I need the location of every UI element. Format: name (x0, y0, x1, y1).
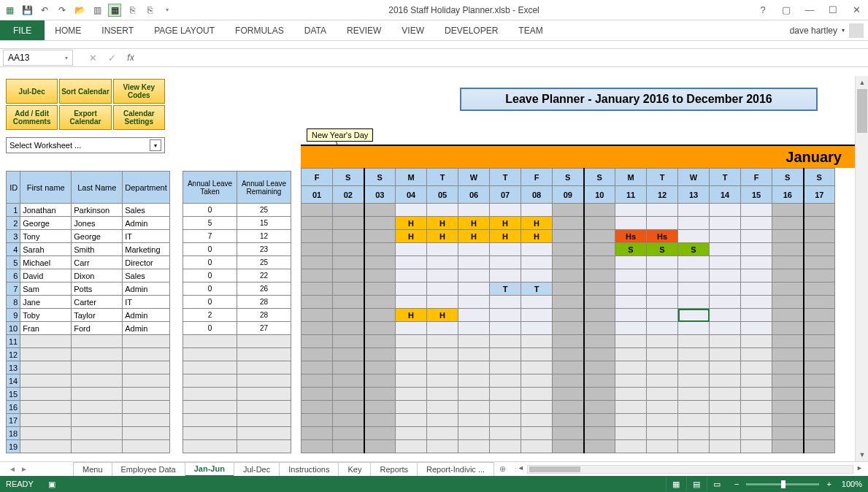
cal-cell[interactable] (584, 361, 615, 374)
cal-cell[interactable] (396, 335, 427, 348)
cal-cell[interactable] (458, 388, 490, 401)
cal-cell[interactable] (804, 348, 835, 361)
cal-cell[interactable] (396, 243, 427, 256)
cal-cell[interactable] (521, 309, 553, 322)
cal-cell[interactable] (772, 322, 804, 335)
page-break-view-icon[interactable]: ▭ (707, 477, 727, 491)
cal-cell[interactable] (521, 427, 553, 440)
cal-cell[interactable] (647, 374, 678, 388)
cal-cell[interactable] (741, 388, 772, 401)
open-icon[interactable]: 📂 (73, 4, 86, 17)
cal-cell[interactable]: S (678, 243, 710, 256)
table-row[interactable] (183, 388, 291, 401)
cal-cell[interactable] (396, 348, 427, 361)
cal-cell[interactable] (772, 230, 804, 243)
cal-cell[interactable] (804, 269, 835, 282)
cal-cell[interactable] (741, 243, 772, 256)
cal-cell[interactable] (710, 309, 741, 322)
tab-home[interactable]: HOME (45, 20, 91, 40)
fx-icon[interactable]: fx (121, 50, 140, 66)
cal-cell[interactable] (553, 401, 584, 414)
name-box-dropdown-icon[interactable]: ▾ (65, 55, 68, 61)
cal-cell[interactable] (804, 440, 835, 453)
cal-cell[interactable] (364, 335, 396, 348)
cal-cell[interactable] (804, 256, 835, 269)
cal-cell[interactable] (490, 414, 521, 427)
cal-cell[interactable] (741, 335, 772, 348)
cal-cell[interactable] (710, 348, 741, 361)
btn-add-edit-comments[interactable]: Add / Edit Comments (6, 105, 58, 130)
cancel-formula-icon[interactable]: ✕ (83, 50, 102, 66)
cal-cell[interactable] (741, 217, 772, 230)
cal-cell[interactable] (333, 296, 364, 309)
cal-cell[interactable] (364, 388, 396, 401)
new-sheet-icon[interactable]: ⊕ (493, 464, 512, 474)
cal-cell[interactable] (615, 414, 647, 427)
cal-cell[interactable] (427, 256, 458, 269)
table-row[interactable]: 028 (183, 296, 291, 309)
cal-cell[interactable]: H (490, 217, 521, 230)
cal-cell[interactable] (458, 427, 490, 440)
cal-cell[interactable] (553, 282, 584, 296)
zoom-thumb[interactable] (781, 480, 786, 488)
cal-cell[interactable] (521, 440, 553, 453)
cal-cell[interactable] (553, 204, 584, 217)
cal-cell[interactable] (490, 256, 521, 269)
cal-cell[interactable] (804, 243, 835, 256)
cal-cell[interactable] (647, 427, 678, 440)
page-layout-view-icon[interactable]: ▤ (686, 477, 707, 491)
normal-view-icon[interactable]: ▦ (666, 477, 686, 491)
cal-cell[interactable] (521, 414, 553, 427)
zoom-level[interactable]: 100% (842, 480, 862, 488)
tab-nav-next-icon[interactable]: ► (20, 465, 28, 473)
cal-cell[interactable] (710, 401, 741, 414)
cal-cell[interactable] (364, 361, 396, 374)
btn-jul-dec[interactable]: Jul-Dec (6, 79, 58, 104)
cal-cell[interactable]: Hs (615, 230, 647, 243)
cal-cell[interactable] (710, 440, 741, 453)
cal-cell[interactable] (490, 361, 521, 374)
cal-cell[interactable]: T (490, 282, 521, 296)
cal-cell[interactable] (490, 388, 521, 401)
tab-review[interactable]: REVIEW (337, 20, 391, 40)
cal-cell[interactable] (647, 388, 678, 401)
calendar-grid[interactable]: FSSMTWTFSSMTWTFSS 0102030405060708091011… (301, 168, 835, 453)
cal-cell[interactable] (553, 361, 584, 374)
btn-sort-calendar[interactable]: Sort Calendar (59, 79, 111, 104)
cal-cell[interactable] (678, 335, 710, 348)
cal-cell[interactable] (458, 414, 490, 427)
hscroll-thumb[interactable] (529, 466, 580, 472)
table-row[interactable]: 228 (183, 309, 291, 322)
cal-cell[interactable] (302, 230, 333, 243)
cal-cell[interactable] (364, 269, 396, 282)
tab-insert[interactable]: INSERT (91, 20, 144, 40)
cal-cell[interactable] (772, 243, 804, 256)
cal-cell[interactable] (396, 440, 427, 453)
cal-cell[interactable] (678, 217, 710, 230)
cal-cell[interactable] (647, 401, 678, 414)
cal-cell[interactable] (333, 204, 364, 217)
cal-cell[interactable] (490, 440, 521, 453)
cal-cell[interactable] (804, 204, 835, 217)
cal-cell[interactable] (772, 348, 804, 361)
cal-cell[interactable] (427, 427, 458, 440)
cal-cell[interactable] (302, 440, 333, 453)
cal-cell[interactable]: H (521, 217, 553, 230)
cal-cell[interactable] (521, 348, 553, 361)
cal-cell[interactable] (553, 217, 584, 230)
cal-cell[interactable] (521, 374, 553, 388)
sheet-tab[interactable]: Menu (73, 462, 112, 477)
cal-cell[interactable] (364, 309, 396, 322)
cal-cell[interactable]: H (490, 230, 521, 243)
cal-cell[interactable] (333, 322, 364, 335)
close-icon[interactable]: ✕ (848, 3, 865, 18)
cal-cell[interactable] (584, 243, 615, 256)
cal-cell[interactable] (615, 427, 647, 440)
cal-cell[interactable] (333, 243, 364, 256)
cal-cell[interactable] (710, 217, 741, 230)
cal-cell[interactable] (302, 335, 333, 348)
cal-cell[interactable] (584, 269, 615, 282)
sheet-tab[interactable]: Reports (370, 462, 418, 477)
cal-cell[interactable] (458, 282, 490, 296)
table-row[interactable]: 3TonyGeorgeIT (7, 230, 170, 243)
